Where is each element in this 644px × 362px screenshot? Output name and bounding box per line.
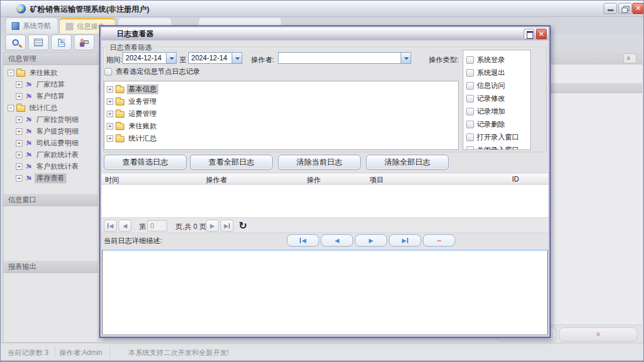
checkbox-icon[interactable] bbox=[466, 108, 474, 115]
operation-type-list: 系统登录 系统退出 信息访问 记录修改 记录增加 bbox=[463, 50, 531, 150]
tree-node-factory-settle[interactable]: 厂家结算 bbox=[4, 78, 98, 90]
background-close-button[interactable] bbox=[559, 327, 638, 341]
pager-bar: 第 页,共 0 页 bbox=[101, 217, 548, 233]
checkbox-icon[interactable] bbox=[466, 56, 474, 64]
type-item-delete[interactable]: 记录删除 bbox=[466, 118, 530, 131]
first-page-button[interactable] bbox=[104, 220, 117, 232]
restore-button[interactable] bbox=[618, 3, 632, 14]
expand-icon[interactable] bbox=[107, 111, 113, 117]
checkbox-icon[interactable] bbox=[466, 146, 474, 151]
sidebar-section-info-mgmt[interactable]: 信息管理 bbox=[4, 53, 98, 65]
expand-icon[interactable] bbox=[16, 152, 22, 158]
user-computer-icon bbox=[80, 39, 89, 47]
tree-node-accounts[interactable]: 来往账款 bbox=[4, 67, 98, 78]
expand-icon[interactable] bbox=[16, 128, 22, 135]
prev-page-button[interactable] bbox=[118, 220, 131, 232]
date-from-picker[interactable]: 2024-12-14 bbox=[123, 52, 177, 64]
refresh-icon[interactable] bbox=[239, 220, 247, 232]
type-item-add[interactable]: 记录增加 bbox=[466, 105, 530, 118]
tree-node-customer-settle[interactable]: 客户结算 bbox=[4, 90, 98, 102]
sidebar-section-info-window[interactable]: 信息窗口 bbox=[4, 194, 98, 206]
next-page-button[interactable] bbox=[206, 220, 219, 232]
col-id[interactable]: ID bbox=[512, 175, 519, 183]
type-item-close-window[interactable]: 关闭录入窗口 bbox=[466, 144, 530, 150]
checkbox-icon[interactable] bbox=[466, 121, 474, 128]
type-item-login[interactable]: 系统登录 bbox=[466, 53, 530, 66]
col-time[interactable]: 时间 bbox=[105, 175, 119, 185]
tree-node-driver-detail[interactable]: 司机运费明细 bbox=[4, 137, 98, 149]
dialog-close-button[interactable] bbox=[536, 29, 547, 39]
record-remove-button[interactable] bbox=[423, 234, 455, 247]
tree-node-customer-stats[interactable]: 客户款统计表 bbox=[4, 160, 98, 172]
collapse-icon[interactable] bbox=[8, 105, 14, 111]
operator-combo[interactable] bbox=[278, 52, 411, 64]
form-tool-button[interactable] bbox=[28, 35, 49, 50]
expand-icon[interactable] bbox=[107, 98, 113, 105]
view-filtered-logs-button[interactable]: 查看筛选日志 bbox=[104, 155, 187, 170]
tree-node-freight-mgmt[interactable]: 运费管理 bbox=[107, 108, 458, 120]
expand-icon[interactable] bbox=[16, 175, 22, 182]
checkbox-icon[interactable] bbox=[466, 95, 474, 103]
expand-icon[interactable] bbox=[16, 163, 22, 170]
tab-system-nav[interactable]: 系统导航 bbox=[5, 18, 58, 33]
record-next-button[interactable] bbox=[355, 234, 387, 247]
clear-current-logs-button[interactable]: 清除当前日志 bbox=[278, 155, 361, 170]
expand-icon[interactable] bbox=[16, 140, 22, 146]
close-button[interactable] bbox=[632, 3, 644, 14]
clear-all-logs-button[interactable]: 清除全部日志 bbox=[366, 155, 449, 170]
last-page-button[interactable] bbox=[221, 220, 233, 232]
record-prev-button[interactable] bbox=[321, 234, 353, 247]
user-tool-button[interactable] bbox=[74, 35, 94, 50]
chevron-up-icon[interactable] bbox=[623, 53, 636, 63]
document-tool-button[interactable] bbox=[51, 35, 72, 50]
dialog-titlebar[interactable]: 日志查看器 bbox=[101, 28, 548, 40]
app-logo-icon bbox=[16, 4, 26, 13]
tree-node-inventory-view[interactable]: 库存查看 bbox=[4, 172, 98, 184]
type-item-logout[interactable]: 系统退出 bbox=[466, 66, 530, 79]
col-operation[interactable]: 操作 bbox=[307, 175, 321, 185]
dialog-maximize-button[interactable] bbox=[524, 29, 534, 39]
tree-node-basic-info[interactable]: 基本信息 bbox=[107, 83, 458, 95]
checkbox-icon[interactable] bbox=[466, 134, 474, 141]
record-last-button[interactable] bbox=[389, 234, 421, 247]
tree-node-stats-summary[interactable]: 统计汇总 bbox=[107, 132, 458, 145]
col-item[interactable]: 项目 bbox=[370, 175, 384, 185]
search-tool-button[interactable] bbox=[5, 35, 26, 50]
dropdown-arrow-icon[interactable] bbox=[401, 53, 411, 63]
sidebar-section-report-output[interactable]: 报表输出 bbox=[4, 261, 98, 273]
checkbox-icon[interactable] bbox=[466, 69, 474, 77]
expand-icon[interactable] bbox=[107, 86, 113, 93]
date-to-picker[interactable]: 2024-12-14 bbox=[188, 52, 242, 64]
type-item-open-window[interactable]: 打开录入窗口 bbox=[466, 131, 530, 144]
tree-node-customer-detail[interactable]: 客户提货明细 bbox=[4, 125, 98, 137]
expand-icon[interactable] bbox=[16, 81, 22, 88]
expand-icon[interactable] bbox=[16, 117, 22, 123]
node-filter-checkbox-row[interactable]: 查看选定信息节点日志记录 bbox=[104, 67, 200, 77]
expand-icon[interactable] bbox=[107, 123, 113, 129]
dropdown-arrow-icon[interactable] bbox=[166, 53, 176, 63]
expand-icon[interactable] bbox=[16, 93, 22, 100]
view-all-logs-button[interactable]: 查看全部日志 bbox=[190, 155, 273, 170]
tree-node-stats[interactable]: 统计汇总 bbox=[4, 102, 98, 114]
tree-node-accounts[interactable]: 来往账款 bbox=[107, 120, 458, 132]
folder-icon bbox=[116, 124, 124, 130]
tree-node-factory-stats[interactable]: 厂家款统计表 bbox=[4, 149, 98, 160]
expand-icon[interactable] bbox=[107, 135, 113, 142]
checkbox-icon[interactable] bbox=[466, 82, 474, 90]
info-window-panel bbox=[4, 206, 98, 261]
log-viewer-dialog: 日志查看器 日志查看筛选 期间: 2024-12-14 至 2024-12-14 bbox=[99, 25, 551, 338]
dropdown-arrow-icon[interactable] bbox=[232, 53, 242, 63]
collapse-icon[interactable] bbox=[8, 70, 14, 76]
log-detail-textarea[interactable] bbox=[102, 250, 548, 335]
page-number-input[interactable] bbox=[147, 220, 167, 231]
minimize-button[interactable] bbox=[604, 3, 617, 14]
type-item-modify[interactable]: 记录修改 bbox=[466, 92, 530, 105]
type-item-access[interactable]: 信息访问 bbox=[466, 79, 530, 92]
log-table-header: 时间 操作者 操作 项目 ID bbox=[101, 173, 548, 185]
tree-node-business-mgmt[interactable]: 业务管理 bbox=[107, 95, 458, 108]
col-operator[interactable]: 操作者 bbox=[206, 175, 227, 185]
checkbox-icon[interactable] bbox=[104, 68, 112, 76]
tree-node-factory-detail[interactable]: 厂家拉货明细 bbox=[4, 114, 98, 125]
period-label: 期间: bbox=[106, 55, 122, 65]
record-first-button[interactable] bbox=[287, 234, 319, 247]
